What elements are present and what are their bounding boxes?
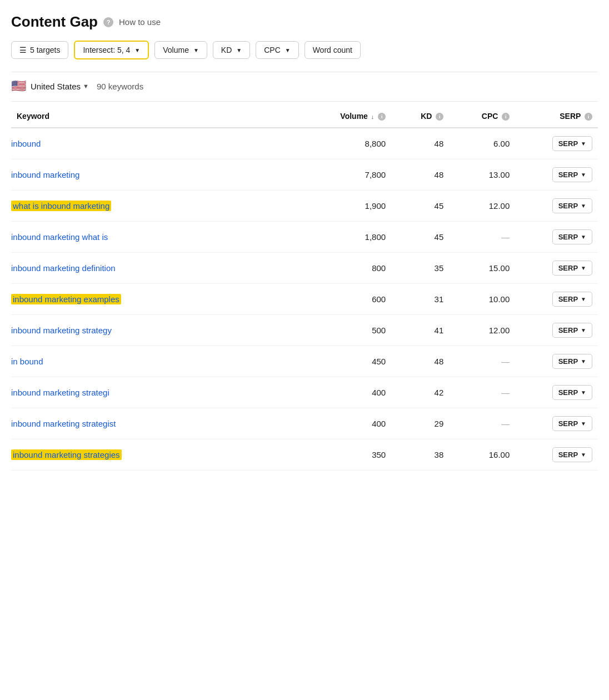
th-volume[interactable]: Volume ↓ i [301,102,392,128]
th-cpc: CPC i [449,102,515,128]
table-row: inbound marketing examples6003110.00SERP… [11,284,598,315]
kd-cell: 41 [391,315,449,346]
kd-cell: 38 [391,439,449,471]
keyword-link[interactable]: inbound marketing strategist [11,419,116,428]
keyword-count: 90 keywords [97,82,143,91]
keyword-table: Keyword Volume ↓ i KD i CPC i SERP i [11,102,598,471]
serp-cell: SERP▼ [515,222,598,253]
serp-cell: SERP▼ [515,346,598,377]
keyword-cell: inbound marketing strategist [11,408,301,439]
word-count-label: Word count [313,46,352,54]
serp-cell: SERP▼ [515,191,598,222]
serp-cell: SERP▼ [515,439,598,471]
serp-button-label: SERP [558,451,578,459]
how-to-use-link[interactable]: How to use [119,17,161,27]
keyword-cell: inbound marketing examples [11,284,301,315]
targets-button[interactable]: ☰ 5 targets [11,41,68,59]
volume-cell: 800 [301,253,392,284]
help-icon[interactable]: ? [103,17,113,27]
serp-button-label: SERP [558,419,578,428]
volume-cell: 350 [301,439,392,471]
country-selector[interactable]: United States ▼ [31,82,89,91]
serp-button-label: SERP [558,171,578,179]
serp-button[interactable]: SERP▼ [552,416,592,431]
cpc-cell: — [449,377,515,408]
serp-info-icon[interactable]: i [585,113,592,121]
location-bar: 🇺🇸 United States ▼ 90 keywords [11,72,598,102]
serp-button[interactable]: SERP▼ [552,385,592,400]
serp-button[interactable]: SERP▼ [552,354,592,369]
country-caret-icon: ▼ [83,83,89,89]
volume-cell: 600 [301,284,392,315]
serp-cell: SERP▼ [515,377,598,408]
word-count-button[interactable]: Word count [304,41,361,59]
table-row: in bound45048—SERP▼ [11,346,598,377]
cpc-cell: 12.00 [449,315,515,346]
serp-button[interactable]: SERP▼ [552,198,592,213]
keyword-link[interactable]: inbound marketing what is [11,232,108,242]
kd-cell: 35 [391,253,449,284]
cpc-cell: — [449,346,515,377]
intersect-button[interactable]: Intersect: 5, 4 ▼ [74,41,149,59]
kd-info-icon[interactable]: i [436,113,443,121]
cpc-label: CPC [264,46,281,54]
th-serp: SERP i [515,102,598,128]
serp-button[interactable]: SERP▼ [552,229,592,244]
serp-caret-icon: ▼ [581,452,586,458]
table-row: inbound marketing strategist40029—SERP▼ [11,408,598,439]
serp-caret-icon: ▼ [581,141,586,147]
serp-button[interactable]: SERP▼ [552,292,592,307]
cpc-caret-icon: ▼ [285,47,291,53]
serp-caret-icon: ▼ [581,421,586,427]
serp-button[interactable]: SERP▼ [552,261,592,276]
kd-label: KD [221,46,232,54]
cpc-button[interactable]: CPC ▼ [256,41,298,59]
table-row: inbound marketing strategy5004112.00SERP… [11,315,598,346]
keyword-link[interactable]: inbound marketing strategi [11,388,109,397]
kd-cell: 48 [391,346,449,377]
serp-caret-icon: ▼ [581,327,586,333]
cpc-cell: 12.00 [449,191,515,222]
keyword-cell: inbound marketing strategi [11,377,301,408]
serp-caret-icon: ▼ [581,265,586,271]
keyword-link[interactable]: what is inbound marketing [11,201,111,211]
cpc-cell: 15.00 [449,253,515,284]
cpc-info-icon[interactable]: i [502,113,510,121]
keyword-link[interactable]: inbound marketing definition [11,263,116,273]
table-row: inbound marketing definition8003515.00SE… [11,253,598,284]
country-flag: 🇺🇸 [11,79,26,93]
keyword-link[interactable]: inbound marketing examples [11,294,121,304]
keyword-cell: inbound marketing definition [11,253,301,284]
volume-cell: 1,900 [301,191,392,222]
keyword-cell: in bound [11,346,301,377]
volume-cell: 400 [301,408,392,439]
keyword-link[interactable]: inbound [11,139,41,148]
table-row: inbound marketing strategi40042—SERP▼ [11,377,598,408]
serp-caret-icon: ▼ [581,234,586,240]
keyword-link[interactable]: inbound marketing strategy [11,326,112,335]
serp-button-label: SERP [558,139,578,148]
serp-button-label: SERP [558,388,578,397]
volume-cell: 450 [301,346,392,377]
serp-button[interactable]: SERP▼ [552,447,592,462]
table-row: inbound marketing7,8004813.00SERP▼ [11,159,598,191]
keyword-cell: what is inbound marketing [11,191,301,222]
page-title: Content Gap [11,13,98,31]
serp-caret-icon: ▼ [581,296,586,302]
th-kd: KD i [391,102,449,128]
cpc-cell: — [449,222,515,253]
intersect-caret-icon: ▼ [134,47,140,53]
keyword-link[interactable]: inbound marketing strategies [11,449,122,460]
serp-button[interactable]: SERP▼ [552,167,592,182]
serp-button[interactable]: SERP▼ [552,136,592,151]
serp-cell: SERP▼ [515,284,598,315]
volume-cell: 400 [301,377,392,408]
serp-cell: SERP▼ [515,315,598,346]
kd-button[interactable]: KD ▼ [213,41,250,59]
volume-button[interactable]: Volume ▼ [154,41,207,59]
serp-button[interactable]: SERP▼ [552,323,592,338]
volume-info-icon[interactable]: i [378,113,386,121]
keyword-link[interactable]: in bound [11,357,43,366]
keyword-link[interactable]: inbound marketing [11,170,79,179]
keyword-cell: inbound marketing strategies [11,439,301,471]
